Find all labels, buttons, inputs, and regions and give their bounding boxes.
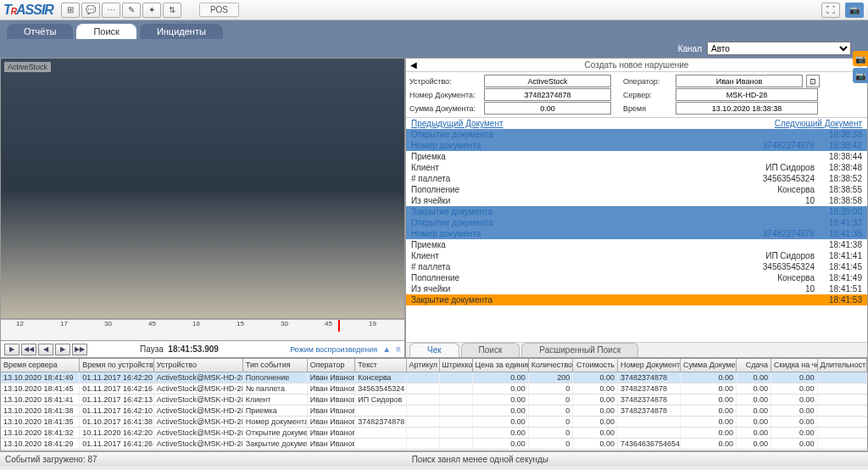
event-row[interactable]: КлиентИП Сидоров18:38:48 [406,162,867,173]
column-header[interactable]: Сдача [737,359,771,372]
event-row[interactable]: Приемка18:38:44 [406,151,867,162]
timeline[interactable]: 121730451815304519 [1,318,404,340]
table-cell [407,439,440,449]
event-name: Клиент [411,163,730,172]
table-row[interactable]: 13.10.2020 18:41:4501.11.2017 16:42:16Ac… [1,383,867,394]
subtab-search[interactable]: Поиск [461,343,520,357]
table-cell: 0.00 [473,372,529,383]
tab-search[interactable]: Поиск [76,24,136,39]
playback-mode-link[interactable]: Режим воспроизведения [290,345,377,354]
tab-incidents[interactable]: Инциденты [140,24,223,39]
subtab-advanced[interactable]: Расширенный Поиск [521,343,638,357]
table-cell [818,372,867,383]
event-name: Номер документа [411,141,730,150]
rew-button[interactable]: ◀ [38,344,53,355]
table-row[interactable]: 13.10.2020 18:41:2901.11.2017 16:41:26Ac… [1,439,867,450]
event-list[interactable]: Открытие документа18:38:38Номер документ… [406,129,867,342]
table-cell [407,394,440,405]
table-row[interactable]: 13.10.2020 18:41:3501.10.2017 16:41:38Ac… [1,417,867,428]
column-header[interactable]: Количество [529,359,574,372]
event-row[interactable]: Из ячейки1018:41:51 [406,283,867,294]
table-row[interactable]: 13.10.2020 18:41:3801.11.2017 16:42:10Ac… [1,406,867,417]
table-row[interactable]: 13.10.2020 18:41:2701.11.2017 16:41:22Ac… [1,450,867,450]
column-header[interactable]: Время сервера [1,359,80,372]
back-icon[interactable]: ◀ [408,60,420,70]
prev-document-link[interactable]: Предыдущий Документ [411,119,504,128]
column-header[interactable]: Скидка на чек [771,359,818,372]
table-cell: 0.00 [771,439,818,449]
rew-fast-button[interactable]: ◀◀ [21,344,36,355]
side-camera2-icon[interactable]: 📷 [853,68,868,83]
tb-btn-1[interactable]: ⊞ [61,3,80,18]
table-cell: Иван Иванов [308,428,355,438]
tb-btn-2[interactable]: 💬 [81,3,100,18]
column-header[interactable]: Сумма Документа [681,359,737,372]
playback-controls: ▶ ◀◀ ◀ ▶ ▶▶ Пауза 18:41:53.909 Режим вос… [1,340,404,357]
table-cell: 0.00 [771,428,818,438]
channel-label: Канал [678,44,702,53]
tb-btn-5[interactable]: ✦ [142,3,161,18]
column-header[interactable]: Стоимость [573,359,618,372]
expand-icon[interactable]: ⛶ [821,3,840,18]
event-row[interactable]: Номер документа3748237487818:38:42 [406,140,867,151]
column-header[interactable]: Штрихкод [440,359,473,372]
tb-btn-3[interactable]: ⋯ [102,3,120,18]
table-cell: 13.10.2020 18:41:27 [1,450,80,450]
column-header[interactable]: Время по устройству [80,359,154,372]
event-row[interactable]: Из ячейки1018:38:58 [406,195,867,206]
event-row[interactable]: ПополнениеКонсерва18:38:55 [406,184,867,195]
event-row[interactable]: Закрытие документа18:39:00 [406,206,867,217]
table-cell: 01.11.2017 16:41:22 [80,450,154,450]
table-row[interactable]: 13.10.2020 18:41:3210.11.2020 16:42:20Ac… [1,428,867,439]
collapse-icon[interactable]: ▲ [382,344,391,354]
event-row[interactable]: Приемка18:41:38 [406,239,867,250]
table-cell: 0.00 [473,406,529,416]
column-header[interactable]: Цена за единицу [473,359,529,372]
pos-tab[interactable]: POS [199,3,239,17]
column-header[interactable]: Тип события [243,359,308,372]
event-row[interactable]: Номер документа3748237487818:41:35 [406,228,867,239]
event-row[interactable]: Открытие документа18:38:38 [406,129,867,140]
play-button[interactable]: ▶ [4,344,19,355]
column-header[interactable]: Номер Документа [618,359,681,372]
event-value [730,218,815,227]
results-grid: Время сервераВремя по устройствуУстройст… [0,358,868,451]
menu-icon[interactable]: ≡ [396,344,401,354]
video-view[interactable]: ActiveStock [1,59,404,318]
event-row[interactable]: Открытие документа18:41:32 [406,217,867,228]
table-cell: 0 [529,394,574,405]
tb-btn-6[interactable]: ⇅ [163,3,181,18]
side-camera-icon[interactable]: 📷 [853,51,868,66]
table-row[interactable]: 13.10.2020 18:41:4901.11.2017 16:42:20Ac… [1,372,867,383]
table-cell: 0.00 [681,406,737,416]
fwd-fast-button[interactable]: ▶▶ [72,344,87,355]
tab-reports[interactable]: Отчёты [7,24,73,39]
event-name: Пополнение [411,273,730,283]
side-buttons: 📷 📷 [853,51,868,83]
subtab-receipt[interactable]: Чек [409,343,459,357]
tb-btn-4[interactable]: ✎ [122,3,141,18]
table-cell: 0.00 [771,383,818,394]
lock-icon[interactable]: ⊡ [806,75,820,87]
event-name: Открытие документа [411,130,730,139]
column-header[interactable]: Артикул [407,359,440,372]
event-row[interactable]: КлиентИП Сидоров18:41:41 [406,250,867,261]
event-row[interactable]: # паллета3456354532418:38:52 [406,173,867,184]
fwd-button[interactable]: ▶ [55,344,70,355]
table-cell: 0.00 [771,372,818,383]
column-header[interactable]: Устройство [154,359,243,372]
table-cell [407,383,440,394]
playhead-marker[interactable] [338,320,340,332]
column-header[interactable]: Длительность д [818,359,867,372]
next-document-link[interactable]: Следующий Документ [775,119,862,128]
channel-select[interactable]: Авто [707,42,851,55]
column-header[interactable]: Оператор [308,359,355,372]
camera-corner-icon[interactable]: 📷 [845,3,864,18]
event-value: Консерва [730,273,815,283]
event-row[interactable]: # паллета3456354532418:41:45 [406,261,867,272]
event-row[interactable]: Закрытие документа18:41:53 [406,294,867,305]
event-row[interactable]: ПополнениеКонсерва18:41:49 [406,272,867,283]
grid-body[interactable]: 13.10.2020 18:41:4901.11.2017 16:42:20Ac… [1,372,867,450]
table-row[interactable]: 13.10.2020 18:41:4101.11.2017 16:42:13Ac… [1,394,867,406]
column-header[interactable]: Текст [355,359,406,372]
